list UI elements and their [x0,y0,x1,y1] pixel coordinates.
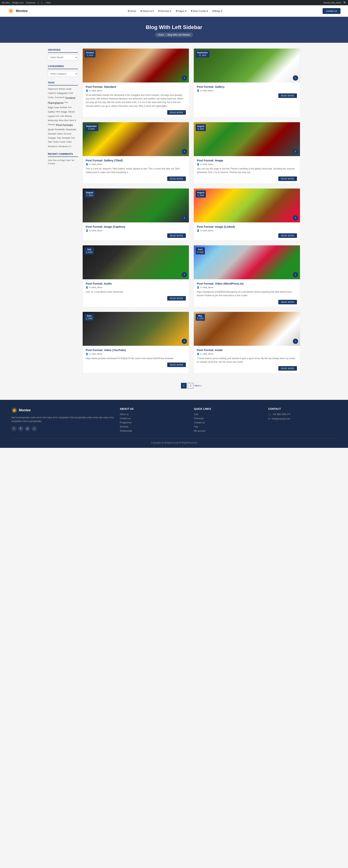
tag-tags[interactable]: Tags [57,136,61,140]
nav-blogs[interactable]: Blogs ▾ [211,8,224,13]
tag-chat[interactable]: Chat [68,92,73,95]
tag-test[interactable]: Test [71,136,75,140]
social-instagram[interactable]: in [25,426,30,431]
tag-audio[interactable]: Audio [66,87,71,91]
footer-link-my-account[interactable]: My account [194,430,262,432]
tag-fun[interactable]: Fun [68,106,72,110]
post-title-7[interactable]: Post Format: Audio [86,282,186,285]
post-title-2[interactable]: Post Format: Gallery [197,85,297,88]
post-title-9[interactable]: Post Format: Video (YouTube) [86,348,186,351]
read-more-4[interactable]: READ MORE [278,177,297,181]
nav-pages[interactable]: Pages ▾ [174,8,188,13]
tag-title[interactable]: Title [48,140,52,144]
page-2[interactable]: 2 [188,383,193,389]
archives-select[interactable]: Select Month [48,55,78,60]
social-facebook[interactable]: f [11,426,17,431]
admin-customize[interactable]: Customize [26,1,36,4]
tag-embeds[interactable]: Embeds [60,106,67,110]
admin-comments[interactable]: 2 [38,1,39,4]
search-icon[interactable]: 🔍 [344,1,346,4]
tag-video[interactable]: Video [66,140,72,144]
read-more-6[interactable]: READ MORE [278,233,297,238]
social-pinterest[interactable]: P [18,426,23,431]
tag-swagger[interactable]: Swagger [48,136,56,140]
admin-weight-loss[interactable]: Weight Loss [12,1,23,4]
tag-uneen[interactable]: Uneen [60,140,66,144]
tag-jetpack[interactable]: Jetpack [68,110,75,114]
footer-link-programme[interactable]: Programme [120,421,188,424]
post-share-4[interactable]: ⇪ [293,149,298,154]
tag-markup[interactable]: Markup [65,115,72,118]
read-more-1[interactable]: READ MORE [167,110,186,115]
tag-content[interactable]: Content [65,96,75,100]
tag-link[interactable]: Link [55,115,59,118]
footer-link-contact-us[interactable]: Contact us [120,417,188,420]
tag-template[interactable]: Template [62,136,70,140]
tag-articles[interactable]: Articles [59,87,66,91]
read-more-10[interactable]: READ MORE [278,366,297,371]
post-share-9[interactable]: ⇪ [182,339,187,344]
tag-codex[interactable]: Codex [48,96,54,100]
tag-edge-case[interactable]: Edge Case [48,106,59,110]
tag-captions[interactable]: Captions [48,92,56,95]
post-share-7[interactable]: ⇪ [182,272,187,277]
post-share-6[interactable]: ⇪ [293,215,298,220]
site-logo[interactable]: Montee [7,7,28,14]
admin-new[interactable]: + New [44,1,51,4]
post-share-10[interactable]: ⇪ [293,339,298,344]
tag-post-formats[interactable]: Post Formats [56,123,73,127]
nav-shortcodes[interactable]: Short Codes ▾ [189,8,210,13]
tag-twitter[interactable]: Twitter [53,140,59,144]
tag-lists[interactable]: Lists [60,115,64,118]
footer-link-testimonials[interactable]: Testimonials [120,430,188,432]
tag-wordpress[interactable]: Wordpress [48,145,58,148]
tag-image[interactable]: Image [61,110,67,114]
tag-wordpress-tv[interactable]: Wordpress.Tv [59,145,71,148]
post-title-1[interactable]: Post Format: Standard [86,85,186,88]
page-next[interactable]: Next » [194,384,202,387]
read-more-5[interactable]: READ MORE [167,233,186,238]
footer-link-checkout[interactable]: Checkout [194,417,262,420]
tag-comments[interactable]: Comments [55,96,65,100]
post-title-10[interactable]: Post Format: Aside [197,348,297,351]
tag-categories[interactable]: Categories [57,92,68,95]
admin-my-sites[interactable]: My Sites [2,1,10,4]
post-title-4[interactable]: Post Format: Image [197,159,297,162]
nav-about[interactable]: About us ▾ [139,8,156,13]
breadcrumb-home[interactable]: Home [158,33,164,36]
read-more-2[interactable]: READ MORE [278,93,297,98]
footer-link-faq[interactable]: Faq [194,426,262,428]
post-share-2[interactable]: ⇪ [293,75,298,81]
tag-layout[interactable]: Layout [48,115,55,118]
nav-home[interactable]: Home [126,8,138,13]
contact-button[interactable]: contact us [323,8,341,14]
categories-select[interactable]: Select Category [48,71,78,76]
read-more-3[interactable]: READ MORE [167,177,186,181]
post-share-8[interactable]: ⇪ [293,272,298,277]
tag-css[interactable]: Css [64,101,68,105]
tag-notrit[interactable]: Notrit S [69,119,76,122]
social-twitter[interactable]: t [32,426,37,431]
read-more-7[interactable]: READ MORE [167,296,186,301]
admin-updates[interactable]: 1 [41,1,42,4]
tag-readability[interactable]: Readability [55,128,65,131]
nav-services[interactable]: Services ▾ [157,8,173,13]
post-title-8[interactable]: Post Format: Video (WordPress.tv) [197,282,297,285]
footer-link-cart[interactable]: Cart [194,413,262,416]
page-1[interactable]: 1 [181,383,187,389]
tag-alignment[interactable]: #alignment [48,87,58,91]
tag-content-greek[interactable]: Περιεχόμενο [48,101,64,105]
tag-standard[interactable]: Standard [48,132,56,135]
read-more-9[interactable]: READ MORE [167,363,186,367]
read-more-8[interactable]: READ MORE [278,300,297,304]
tag-success[interactable]: Success [64,132,71,135]
post-title-5[interactable]: Post Format: Image (Caption) [86,225,186,228]
post-share-5[interactable]: ⇪ [182,215,187,220]
footer-link-services[interactable]: Services [120,426,188,428]
tag-status[interactable]: Status [57,132,63,135]
tag-pictures[interactable]: Pictures [48,123,55,127]
footer-link-about-us[interactable]: About us [120,413,188,416]
tag-shortcode[interactable]: Shortcode [66,128,76,131]
tag-html[interactable]: Html [56,110,60,114]
tag-more-rest[interactable]: More Rest [59,119,68,122]
